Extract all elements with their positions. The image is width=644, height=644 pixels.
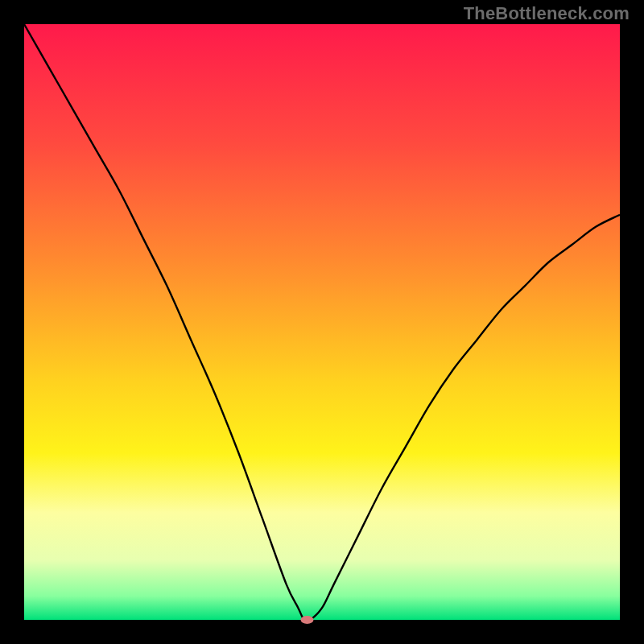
chart-frame: TheBottleneck.com (0, 0, 644, 644)
bottleneck-chart (0, 0, 644, 644)
watermark-text: TheBottleneck.com (464, 3, 630, 24)
plot-background (24, 24, 620, 620)
minimum-marker (301, 616, 314, 624)
